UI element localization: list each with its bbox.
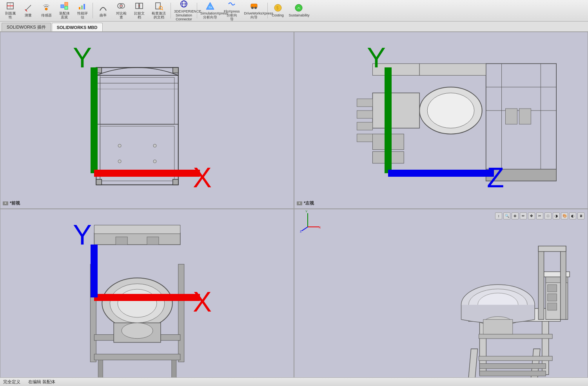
svg-text:Sx: Sx (209, 5, 212, 9)
iso-tb-btn5[interactable]: ✥ (528, 212, 535, 219)
svg-rect-10 (83, 4, 85, 9)
iso-tb-btn10[interactable]: ◐ (569, 212, 576, 219)
svg-rect-120 (538, 246, 566, 252)
iso-tb-btn1[interactable]: ↕ (495, 212, 502, 219)
sustainability-tool[interactable]: Sustainability (287, 1, 310, 20)
compare-check-tool[interactable]: 对比检查 (113, 1, 130, 20)
floworks-tool-label: FloXpress分析向导 (224, 10, 240, 22)
compare-doc-tool-label: 比较文档 (134, 12, 145, 20)
svg-rect-9 (81, 5, 83, 9)
simxpress-tool-label: SimulationXpress分析向导 (200, 12, 220, 20)
inspect-doc-tool-label: 检查激活的文档 (152, 12, 166, 20)
status-editing: 在编辑 装配体 (28, 379, 55, 385)
assembly-visual-tool-label: 装配体直观 (59, 12, 70, 20)
sustainability-icon (294, 4, 303, 13)
3dexperience-tool-label: 3DEXPERIENCESimulationConnector (174, 10, 194, 22)
sensor-icon (42, 4, 51, 13)
assembly-visual-icon (60, 2, 69, 11)
sep4 (267, 3, 268, 18)
panel-iso[interactable]: ↕ 🔍 ⊕ ✏ ✥ ✂ □ ◑ 🎨 ◐ 🖥 (294, 209, 588, 386)
3dexperience-tool[interactable]: 3DEXPERIENCESimulationConnector (172, 1, 195, 20)
svg-rect-122 (479, 371, 546, 376)
floworks-icon (227, 0, 236, 9)
svg-text:$: $ (276, 6, 279, 10)
svg-text:X: X (193, 286, 212, 317)
panel-iso-toolbar: ↕ 🔍 ⊕ ✏ ✥ ✂ □ ◑ 🎨 ◐ 🖥 (495, 212, 584, 219)
svg-text:Z: Z (487, 162, 504, 193)
viewport: X Y ≡ *前视 (0, 32, 588, 386)
panel-left[interactable]: Z Y ≡ *左视 (294, 32, 588, 209)
compare-check-icon (117, 2, 125, 11)
inspect-doc-tool[interactable]: 检查激活的文档 (149, 1, 169, 20)
svg-rect-17 (156, 3, 160, 9)
floworks-tool[interactable]: FloXpress分析向导 (222, 1, 241, 20)
curvature-icon (99, 4, 107, 13)
svg-rect-114 (548, 285, 557, 292)
perf-eval-tool[interactable]: 性能评估 (74, 1, 91, 20)
curvature-tool[interactable]: 曲率 (94, 1, 112, 20)
iso-tb-btn7[interactable]: □ (544, 212, 552, 219)
svg-text:Y: Y (73, 42, 92, 73)
inspect-doc-icon (154, 2, 163, 11)
sep3 (197, 3, 197, 18)
sustainability-tool-label: Sustainability (289, 14, 309, 18)
compare-doc-tool[interactable]: 比较文档 (131, 1, 148, 20)
tab-bar: SOLIDWORKS 插件 SOLIDWORKS MBD (0, 22, 588, 32)
front-view-label: ≡ *前视 (3, 200, 20, 206)
section-tool[interactable]: 剖面属性 (2, 1, 19, 20)
svg-rect-7 (65, 6, 68, 9)
iso-tb-btn4[interactable]: ✏ (520, 212, 527, 219)
tab-solidworks-plugins[interactable]: SOLIDWORKS 插件 (2, 23, 51, 31)
measure-icon (24, 4, 33, 13)
section-icon (6, 2, 15, 11)
iso-view-axes: Y X Z (300, 209, 323, 233)
view-icon2: ≡ (297, 201, 302, 205)
panel-top[interactable]: X Y ≡ *上视 (0, 209, 294, 386)
compare-doc-icon (135, 2, 143, 11)
svg-text:Y: Y (305, 210, 308, 213)
iso-tb-btn8[interactable]: ◑ (553, 212, 560, 219)
view-icon: ≡ (3, 201, 8, 205)
iso-tb-btn3[interactable]: ⊕ (512, 212, 519, 219)
driveworks-icon (249, 2, 259, 11)
left-view-label: ≡ *左视 (297, 200, 314, 206)
iso-tb-btn9[interactable]: 🎨 (561, 212, 568, 219)
driveworks-tool[interactable]: DriveWorksXpress向导 (242, 1, 266, 20)
front-view-axes: X Y (0, 32, 294, 208)
top-view-axes: X Y (0, 209, 294, 386)
assembly-visual-tool[interactable]: 装配体直观 (56, 1, 73, 20)
driveworks-tool-label: DriveWorksXpress向导 (244, 12, 264, 20)
measure-tool[interactable]: 测量 (20, 1, 37, 20)
svg-line-19 (162, 9, 163, 10)
sensor-tool-label: 传感器 (41, 14, 52, 18)
statusbar: 完全定义 在编辑 装配体 (0, 377, 588, 386)
svg-rect-6 (65, 2, 68, 5)
svg-line-131 (302, 227, 308, 231)
svg-rect-5 (61, 5, 64, 8)
sep1 (93, 3, 93, 18)
curvature-tool-label: 曲率 (100, 14, 107, 18)
svg-rect-104 (479, 334, 553, 339)
panel-front[interactable]: X Y ≡ *前视 (0, 32, 294, 209)
svg-text:Z: Z (300, 230, 302, 233)
svg-rect-14 (136, 3, 139, 9)
svg-point-18 (159, 6, 162, 9)
iso-tb-btn6[interactable]: ✂ (536, 212, 543, 219)
perf-eval-icon (78, 2, 87, 11)
tab-solidworks-mbd[interactable]: SOLIDWORKS MBD (52, 23, 103, 31)
svg-point-26 (251, 7, 254, 9)
svg-text:X: X (319, 226, 321, 229)
svg-text:Y: Y (73, 219, 92, 250)
costing-tool[interactable]: $ Costing (269, 1, 287, 20)
left-view-axes: Z Y (294, 32, 588, 208)
svg-rect-115 (548, 294, 557, 301)
svg-rect-119 (561, 246, 566, 320)
svg-text:X: X (193, 162, 212, 193)
iso-view-drawing (294, 209, 588, 386)
simxpress-tool[interactable]: Sx SimulationXpress分析向导 (199, 1, 221, 20)
svg-rect-121 (479, 364, 546, 369)
sensor-tool[interactable]: 传感器 (38, 1, 55, 20)
iso-tb-btn11[interactable]: 🖥 (577, 212, 584, 219)
svg-text:Y: Y (367, 42, 386, 73)
iso-tb-btn2[interactable]: 🔍 (503, 212, 510, 219)
